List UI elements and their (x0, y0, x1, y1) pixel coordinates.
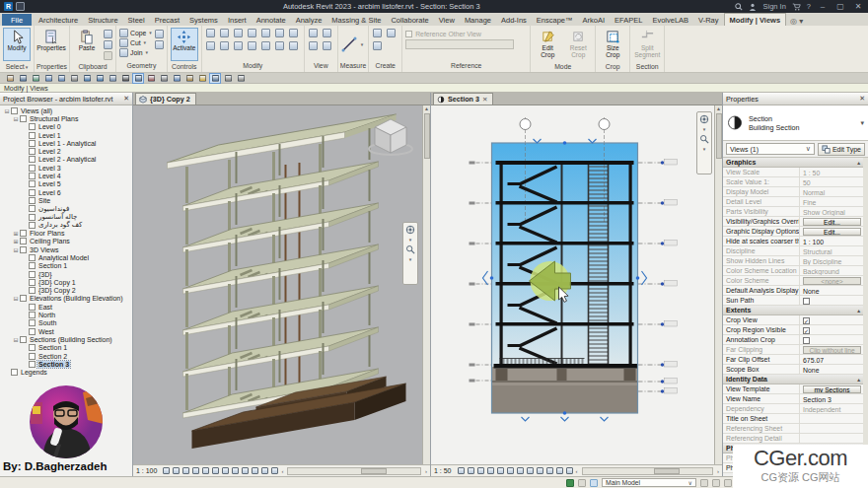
tree-item-level-3[interactable]: Level 3 (0, 164, 132, 172)
views-filter-dropdown[interactable]: Views (1)∨ (726, 143, 815, 155)
tree-expander-icon[interactable]: ⊟ (3, 107, 11, 114)
crop-view-icon[interactable] (516, 466, 525, 475)
shadows-icon[interactable] (201, 466, 210, 475)
search-icon[interactable] (735, 3, 743, 11)
tag-by-category-icon[interactable] (108, 74, 117, 83)
ribbon-tab-insert[interactable]: Insert (223, 14, 252, 26)
prop-checkbox-annotation-crop[interactable] (803, 337, 810, 344)
section-vertical-scrollbar[interactable]: ▲ (714, 105, 722, 464)
section-horizontal-scrollbar[interactable] (582, 467, 713, 475)
tree-item-level-6[interactable]: Level 6 (0, 188, 132, 196)
3d-horizontal-scrollbar[interactable] (287, 467, 421, 475)
cart-icon[interactable] (792, 3, 801, 11)
temporary-hide-isolate-icon[interactable] (241, 466, 250, 475)
redo-icon[interactable] (56, 74, 66, 83)
tree-item-site[interactable]: Site (0, 196, 132, 204)
tree-expander-icon[interactable]: ⊟ (12, 115, 20, 122)
scroll-left-icon[interactable]: ‹ (576, 468, 578, 474)
ribbon-tab-architecture[interactable]: Architecture (34, 14, 83, 26)
home-icon[interactable] (16, 2, 25, 11)
view-cube[interactable] (365, 113, 416, 159)
prop-value[interactable]: Edit... (800, 227, 863, 236)
section-icon[interactable] (146, 74, 156, 83)
selection-filter-icon[interactable] (724, 479, 732, 487)
tree-item-section-3[interactable]: Section 3 (0, 360, 132, 368)
press-drag-icon[interactable] (712, 479, 720, 487)
callout-icon[interactable] (373, 29, 382, 37)
design-options-icon[interactable] (590, 479, 598, 487)
grid-bubble[interactable] (520, 119, 531, 130)
join-button[interactable]: Join (130, 49, 142, 56)
3d-vertical-scrollbar[interactable]: ▲ (422, 105, 430, 464)
ribbon-tab-massing-site[interactable]: Massing & Site (326, 14, 386, 26)
tree-item-elevations-building-elevation[interactable]: ⊟Elevations (Building Elevation) (0, 295, 132, 303)
switch-windows-icon[interactable] (223, 74, 233, 83)
scale-icon[interactable] (457, 466, 466, 475)
tree-item-3d-views[interactable]: ⊟3D Views (0, 245, 132, 253)
prop-value[interactable]: None (800, 365, 863, 374)
3d-view-tab[interactable]: {3D} Copy 2 (135, 93, 196, 105)
sun-path-icon[interactable] (486, 466, 495, 475)
tree-item-section-1[interactable]: Section 1 (0, 344, 132, 352)
aligned-dimension-icon[interactable] (95, 74, 105, 83)
mirror-draw-axis-icon[interactable] (248, 29, 256, 37)
tree-item-structural-plans[interactable]: ⊟Structural Plans (0, 114, 132, 122)
prop-button-visibility-graphics-overrid[interactable]: Edit... (803, 218, 861, 226)
section-navigation-bar[interactable]: ▾ ▾ (696, 111, 712, 174)
project-browser-close-icon[interactable]: ✕ (123, 95, 129, 103)
ribbon-tab-file[interactable]: File (2, 14, 32, 26)
pin-icon[interactable] (261, 41, 270, 50)
prop-section-identity-data[interactable]: Identity Data▴ (723, 375, 863, 384)
zoom-icon[interactable] (699, 134, 709, 144)
tree-item-3d-copy-1[interactable]: {3D} Copy 1 (0, 278, 132, 286)
scale-control[interactable]: 1 : 50 (434, 467, 452, 474)
crop-region-icon[interactable] (526, 466, 535, 475)
section-tab-close-icon[interactable]: ✕ (482, 96, 487, 104)
tree-item-level-5[interactable]: Level 5 (0, 180, 132, 188)
visibility-graphics-icon[interactable] (172, 74, 181, 83)
align-icon[interactable] (206, 29, 215, 37)
tree-item-ceiling-plans[interactable]: ⊞Ceiling Plans (0, 238, 132, 245)
tree-item-section-2[interactable]: Section 2 (0, 352, 132, 360)
section-view-tab[interactable]: Section 3 ✕ (433, 93, 493, 105)
ribbon-tab-manage[interactable]: Manage (460, 14, 496, 26)
edit-type-button[interactable]: Edit Type (818, 143, 865, 156)
demolish-icon[interactable] (155, 40, 164, 49)
prop-value[interactable]: 50 (800, 177, 863, 186)
tree-item-section-1[interactable]: Section 1 (0, 262, 132, 270)
split-element-icon[interactable] (220, 41, 229, 50)
select-panel-label[interactable]: Select▾ (0, 63, 34, 72)
prop-value[interactable]: By Discipline (800, 256, 863, 265)
split-segment-button[interactable]: Split Segment (633, 28, 661, 61)
modify-tool-button[interactable]: Modify (3, 28, 31, 61)
ribbon-tab-annotate[interactable]: Annotate (252, 14, 291, 26)
prop-value[interactable]: Normal (800, 187, 863, 196)
cut-button[interactable]: Cut (130, 39, 141, 46)
prop-value[interactable]: 1 : 50 (800, 168, 863, 176)
scroll-left-icon[interactable]: ‹ (281, 468, 283, 474)
temporary-view-properties-icon[interactable] (555, 466, 564, 475)
rendering-icon[interactable] (211, 466, 220, 475)
prop-section-graphics[interactable]: Graphics▴ (723, 158, 863, 168)
prop-value[interactable]: None (800, 286, 863, 295)
tree-item-east[interactable]: East (0, 303, 132, 311)
tree-item-north[interactable]: North (0, 311, 132, 318)
prop-value[interactable]: Section 3 (800, 394, 863, 403)
prop-value[interactable] (800, 434, 863, 443)
tree-expander-icon[interactable]: ⊟ (12, 336, 20, 343)
ribbon-tab-analyze[interactable]: Analyze (291, 14, 327, 26)
prop-value[interactable] (800, 296, 863, 305)
tree-item-3d-copy-2[interactable]: {3D} Copy 2 (0, 287, 132, 295)
save-icon[interactable] (18, 74, 28, 83)
properties-header[interactable]: Properties ✕ (723, 93, 868, 105)
undo-icon[interactable] (43, 74, 53, 83)
user-interface-icon[interactable] (236, 74, 246, 83)
prop-value[interactable]: Structural (800, 246, 863, 255)
prop-value[interactable]: Background (800, 266, 863, 275)
legend-component-icon[interactable] (373, 41, 382, 50)
rendering-icon[interactable] (506, 466, 515, 475)
prop-value[interactable]: Edit... (800, 217, 863, 226)
scale-icon[interactable] (162, 466, 171, 475)
open-icon[interactable] (5, 74, 15, 83)
temporary-view-properties-icon[interactable] (260, 466, 269, 475)
